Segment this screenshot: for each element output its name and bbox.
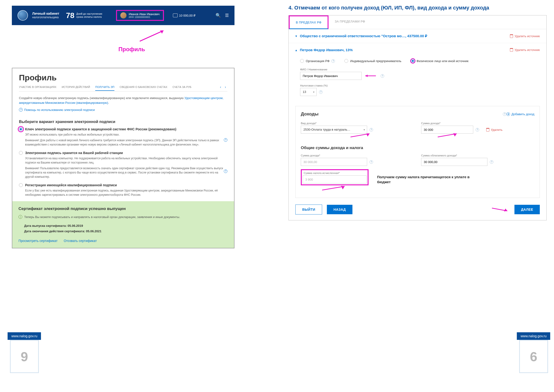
delete-income-row[interactable]: Удалить	[486, 128, 503, 132]
help-icon[interactable]: ?	[369, 128, 373, 132]
page-number: 9	[10, 340, 39, 373]
option-local-workstation[interactable]: Электронная подпись хранится на Вашей ра…	[19, 151, 227, 179]
back-button[interactable]: НАЗАД	[327, 205, 353, 214]
intro-text: Создайте новую облачную электронную подп…	[19, 96, 227, 105]
caret-down-icon: ▾	[364, 128, 365, 131]
total-income-label: Сумма дохода*	[301, 154, 414, 157]
tab-outside-rf[interactable]: ЗА ПРЕДЕЛАМИ РФ	[329, 15, 371, 29]
trash-icon	[486, 128, 489, 132]
help-icon[interactable]: ?	[490, 160, 493, 164]
view-certificate-link[interactable]: Просмотреть сертификат	[19, 239, 58, 243]
page-footer-left: www.nalog.gov.ru 9	[7, 332, 41, 373]
tab-foreign-accounts[interactable]: СЧЕТА ЗА РУБ	[173, 85, 192, 88]
tab-get-ep[interactable]: ПОЛУЧИТЬ ЭП	[95, 85, 114, 91]
help-icon[interactable]: ?	[503, 112, 506, 116]
option-fns-cloud[interactable]: Ключ электронной подписи хранится в защи…	[19, 127, 227, 147]
income-source-row-2[interactable]: ▴ Петров Федор Иванович, 13% Удалить ист…	[289, 43, 547, 57]
radio-option-3[interactable]	[19, 183, 23, 187]
income-form-panel: В ПРЕДЕЛАХ РФ ЗА ПРЕДЕЛАМИ РФ ▾ Общество…	[289, 15, 547, 220]
fio-field-row: ?	[300, 72, 535, 80]
wallet-amount: 10 000,00 ₽	[179, 14, 195, 17]
rate-select[interactable]: 13 ▾	[300, 88, 317, 96]
annotation-arrow-profile	[137, 29, 166, 44]
taxable-label: Сумма облагаемого дохода*	[421, 154, 534, 157]
income-card: Доходы ? Добавить доход Вид дохода* 2530…	[295, 106, 540, 198]
radio-option-1[interactable]	[19, 127, 23, 131]
chevron-up-icon[interactable]: ▴	[295, 48, 297, 52]
radio-individual[interactable]: Физическое лицо или иной источник	[411, 59, 469, 63]
chevron-down-icon[interactable]: ▾	[295, 34, 297, 38]
radio-icon	[344, 59, 348, 63]
svg-marker-3	[365, 75, 367, 77]
days-countdown: 78 Дней до наступления срока оплаты нало…	[66, 11, 102, 20]
income-entry-row: Вид дохода* 2530-Оплата труда в натураль…	[301, 122, 534, 139]
app-title-line1: Личный кабинет	[32, 11, 59, 16]
delete-source-1[interactable]: Удалить источник	[510, 34, 540, 38]
income-kind-select[interactable]: 2530-Оплата труда в натураль… ▾	[301, 126, 367, 134]
page-number: 6	[519, 340, 548, 373]
user-text: Иванов Иван Иванович ИНН 100000000001	[129, 13, 160, 19]
menu-icon[interactable]: ☰	[225, 13, 229, 18]
option-register-existing[interactable]: Регистрация имеющейся квалифицированной …	[19, 183, 227, 197]
radio-org-rf[interactable]: Организация РФ?	[300, 59, 335, 63]
success-subtext: i Теперь Вы можете подписывать и направл…	[19, 215, 228, 219]
income-sum-input[interactable]	[421, 126, 473, 134]
svg-line-8	[322, 186, 345, 190]
radio-icon	[300, 59, 304, 63]
add-income-link[interactable]: Добавить доход	[506, 112, 534, 116]
income-source-row-1[interactable]: ▾ Общество с ограниченной ответственност…	[289, 29, 547, 43]
certificate-links: Просмотреть сертификат Отозвать сертифик…	[19, 239, 228, 243]
radio-option-2[interactable]	[19, 151, 23, 155]
taxable-input[interactable]	[421, 158, 487, 166]
user-inn: ИНН 100000000001	[129, 16, 160, 19]
days-text: Дней до наступления срока оплаты налога	[76, 12, 102, 19]
app-header: Личный кабинет налогоплательщика 78 Дней…	[12, 6, 235, 25]
tab-history[interactable]: ИСТОРИЯ ДЕЙСТВИЙ	[62, 85, 90, 88]
help-icon[interactable]: ?	[369, 160, 373, 164]
info-icon[interactable]: ?	[224, 169, 227, 173]
header-title: Личный кабинет налогоплательщика	[32, 11, 59, 20]
delete-source-2[interactable]: Удалить источник	[510, 48, 540, 52]
caret-down-icon: ▾	[313, 91, 315, 94]
tabs-scroll-chevrons[interactable]: ‹ ›	[220, 85, 227, 89]
annotation-arrow-icon	[435, 133, 459, 138]
tab-bank-accounts[interactable]: СВЕДЕНИЯ О БАНКОВСКИХ СЧЕТАХ	[120, 85, 167, 88]
tab-in-rf[interactable]: В ПРЕДЕЛАХ РФ	[289, 15, 329, 29]
help-icon[interactable]: ?	[476, 128, 479, 132]
form-button-row: ВЫЙТИ НАЗАД ДАЛЕЕ	[289, 204, 547, 215]
rate-field-row: 13 ▾ ?	[300, 88, 535, 96]
fio-label: ФИО / Наименование	[300, 68, 535, 71]
exit-button[interactable]: ВЫЙТИ	[295, 204, 322, 215]
annotation-arrow-icon	[364, 73, 378, 78]
search-icon[interactable]: 🔍	[215, 13, 221, 18]
tax-calculated-highlight: Сумма налога исчисленная*	[301, 169, 368, 185]
revoke-certificate-link[interactable]: Отозвать сертификат	[64, 239, 97, 243]
next-button[interactable]: ДАЛЕЕ	[514, 205, 540, 214]
svg-marker-11	[504, 209, 507, 211]
option-2-line1: Устанавливается на ваш компьютер. Не под…	[25, 156, 227, 165]
annotation-arrow-icon	[491, 207, 510, 212]
tax-calc-row: Сумма налога исчисленная* Получаем сумму…	[301, 169, 534, 185]
days-number: 78	[66, 11, 74, 20]
help-link[interactable]: ? Помощь по использованию электронной по…	[19, 108, 95, 112]
svg-marker-7	[453, 133, 457, 137]
svg-line-0	[140, 31, 163, 41]
help-icon[interactable]: ?	[319, 90, 323, 94]
help-icon[interactable]: ?	[381, 74, 384, 78]
certificate-success-box: Сертификат электронной подписи успешно в…	[12, 201, 234, 248]
header-right: 🔍 ☰	[215, 13, 229, 18]
radio-ip[interactable]: Индивидуальный предприниматель	[344, 59, 401, 63]
rate-label: Налоговая ставка (%)	[300, 84, 535, 87]
trash-icon	[510, 48, 513, 52]
option-1-line2: Внимание! Для работы с новой версией Лич…	[25, 138, 227, 147]
tab-orgs[interactable]: УЧАСТИЕ В ОРГАНИЗАЦИЯХ	[19, 85, 56, 88]
help-icon[interactable]: ?	[331, 59, 335, 63]
storage-section-heading: Выберите вариант хранения электронной по…	[19, 120, 227, 124]
info-icon[interactable]: ?	[224, 138, 227, 142]
info-icon: i	[19, 215, 22, 219]
svg-marker-5	[366, 133, 369, 137]
fio-input[interactable]	[300, 72, 362, 80]
user-profile-button[interactable]: Иванов Иван Иванович ИНН 100000000001	[116, 10, 164, 21]
income-heading: Доходы	[301, 111, 501, 117]
wallet-balance[interactable]: 10 000,00 ₽	[173, 14, 195, 17]
